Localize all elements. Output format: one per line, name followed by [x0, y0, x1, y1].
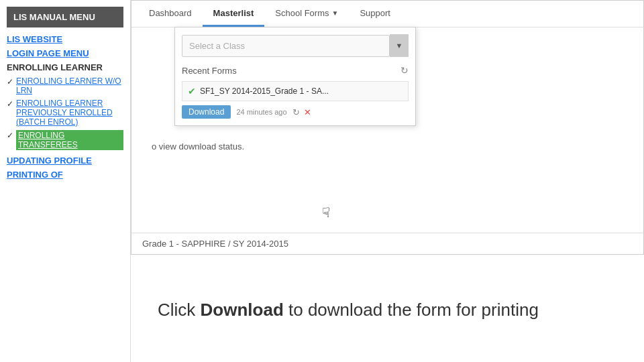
sidebar-link-updating-profile[interactable]: UPDATING PROFILE: [7, 156, 123, 166]
sidebar-link-enrolling-previously[interactable]: ENROLLING LEARNER PREVIOUSLY ENROLLED (B…: [16, 99, 123, 127]
sidebar-link-lis-website[interactable]: LIS WEBSITE: [7, 34, 123, 44]
sidebar: LIS MANUAL MENU LIS WEBSITE LOGIN PAGE M…: [0, 0, 131, 362]
recent-forms-header: Recent Forms ↻: [182, 65, 409, 76]
form-name: SF1_SY 2014-2015_Grade 1 - SA...: [200, 86, 402, 96]
sidebar-link-printing-of[interactable]: PRINTING OF: [7, 170, 123, 180]
check-icon: ✓: [7, 77, 13, 86]
dropdown-panel: Select a Class ▼ Recent Forms ↻ ✔ SF1_SY…: [174, 27, 416, 126]
list-item-enrolling-previously: ✓ ENROLLING LEARNER PREVIOUSLY ENROLLED …: [7, 99, 123, 127]
select-class-input[interactable]: Select a Class: [182, 35, 390, 57]
form-download-row: Download 24 minutes ago ↻ ✕: [182, 105, 409, 119]
instruction-bold: Download: [201, 300, 284, 320]
dropdown-arrow-icon: ▼: [332, 9, 339, 17]
nav-bar: Dashboard Masterlist School Forms ▼ Supp…: [131, 1, 643, 27]
select-class-arrow[interactable]: ▼: [390, 34, 409, 57]
tab-school-forms[interactable]: School Forms ▼: [264, 1, 349, 27]
recent-forms-label: Recent Forms: [182, 66, 237, 76]
check-icon-3: ✓: [7, 131, 13, 140]
form-item: ✔ SF1_SY 2014-2015_Grade 1 - SA...: [182, 81, 409, 101]
download-button[interactable]: Download: [182, 105, 231, 119]
sidebar-link-enrolling-wo-lrn[interactable]: ENROLLING LEARNER W/O LRN: [16, 76, 123, 95]
download-time: 24 minutes ago: [236, 108, 286, 116]
sidebar-link-login-page[interactable]: LOGIN PAGE MENU: [7, 48, 123, 58]
check-icon-2: ✓: [7, 99, 13, 109]
instruction-text: Click Download to download the form for …: [158, 298, 539, 322]
list-item-enrolling-wo-lrn: ✓ ENROLLING LEARNER W/O LRN: [7, 76, 123, 95]
refresh-icon[interactable]: ↻: [400, 65, 409, 76]
tab-support[interactable]: Support: [349, 1, 401, 27]
sidebar-link-enrolling-transferees[interactable]: ENROLLING TRANSFEREES: [16, 130, 123, 150]
status-bar: Grade 1 - SAPPHIRE / SY 2014-2015: [131, 233, 643, 254]
instruction-area: Click Download to download the form for …: [131, 258, 644, 362]
redo-icon[interactable]: ↻: [292, 107, 300, 117]
download-status-text: o view download status.: [152, 141, 244, 152]
sidebar-section-enrolling: ENROLLING LEARNER: [7, 62, 123, 72]
form-check-icon: ✔: [188, 86, 196, 97]
select-class-row: Select a Class ▼: [182, 34, 409, 57]
select-arrow-icon: ▼: [396, 42, 403, 50]
tab-dashboard[interactable]: Dashboard: [138, 1, 203, 27]
instruction-prefix: Click: [158, 300, 201, 320]
instruction-suffix: to download the form for printing: [284, 300, 539, 320]
sidebar-title: LIS MANUAL MENU: [7, 7, 123, 27]
delete-icon[interactable]: ✕: [304, 107, 311, 117]
list-item-enrolling-transferees: ✓ ENROLLING TRANSFEREES: [7, 130, 123, 150]
tab-masterlist[interactable]: Masterlist: [203, 1, 265, 27]
form-action-icons: ↻ ✕: [292, 107, 311, 117]
